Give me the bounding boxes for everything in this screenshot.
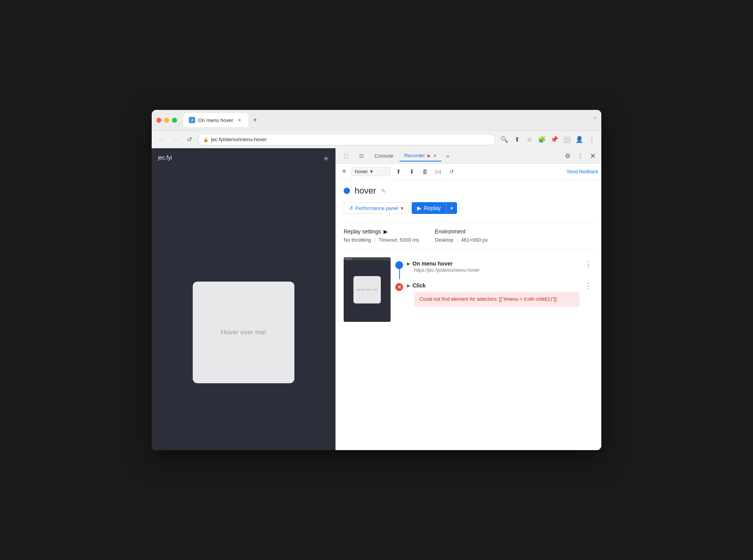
extensions-icon[interactable]: 🧩 <box>536 134 547 145</box>
environment-col: Environment Desktop | 461×660 px <box>435 228 488 243</box>
replay-button-group: ▶ Replay ▾ <box>412 202 457 214</box>
maximize-traffic-light[interactable] <box>172 118 177 123</box>
main-area: jec.fyi ☀ Hover over me! ⬚ ⊡ Console Rec… <box>152 148 601 450</box>
step-expand-arrow-click[interactable]: ▶ <box>407 283 410 288</box>
search-icon[interactable]: 🔍 <box>499 134 510 145</box>
recording-status-dot <box>344 188 350 194</box>
minimize-traffic-light[interactable] <box>164 118 169 123</box>
perf-label: Performance panel <box>355 205 398 211</box>
desktop-value: Desktop <box>435 237 454 243</box>
settings-divider: | <box>374 237 375 243</box>
recording-selector[interactable]: hover ▾ <box>351 167 391 176</box>
step-title-navigate: On menu hover <box>412 260 453 267</box>
replay-button[interactable]: ▶ Replay <box>412 202 446 214</box>
replay-settings-values: No throttling | Timeout: 5000 ms <box>344 237 419 243</box>
performance-panel-button[interactable]: ↺ Performance panel ▾ <box>344 203 409 214</box>
preview-hover-element: Hover over me! <box>353 276 381 303</box>
tab-recorder[interactable]: Recorder ⏺ ✕ <box>400 150 442 162</box>
tab-favicon: J <box>189 117 195 123</box>
step-info-click: ▶ Click Could not find element for selec… <box>407 282 579 307</box>
step-by-step-button[interactable]: ▷| <box>433 166 444 177</box>
step-title-row-click: ▶ Click <box>407 282 579 289</box>
back-button[interactable]: ← <box>156 134 167 145</box>
close-traffic-light[interactable] <box>156 118 161 123</box>
recorder-badge: ⏺ <box>427 154 430 158</box>
preview-dot-3 <box>350 258 351 260</box>
add-recording-button[interactable]: + <box>339 167 349 177</box>
forward-button[interactable]: → <box>170 134 181 145</box>
actions-row: ↺ Performance panel ▾ ▶ Replay ▾ <box>344 202 593 214</box>
traffic-lights <box>156 118 177 123</box>
pin-icon[interactable]: 📌 <box>549 134 560 145</box>
devtools-element-picker[interactable]: ⬚ <box>339 151 353 161</box>
recording-header: hover ✎ <box>344 186 593 196</box>
step-info-navigate: ▶ On menu hover https://jec.fyi/demo/men… <box>407 260 579 273</box>
replay-dropdown-button[interactable]: ▾ <box>446 202 457 214</box>
devtools-more-tabs[interactable]: » <box>443 151 452 161</box>
address-field[interactable]: 🔒 jec.fyi/demo/menu-hover <box>198 134 496 145</box>
replay-play-icon: ▶ <box>417 205 421 211</box>
step-expand-arrow-navigate[interactable]: ▶ <box>407 261 410 266</box>
step-list: Hover over me! ▶ On menu hove <box>344 257 593 322</box>
step-error-box: Could not find element for selectors: [[… <box>414 292 579 307</box>
steps-column: ▶ On menu hover https://jec.fyi/demo/men… <box>395 257 593 322</box>
preview-browser-bar <box>344 257 391 260</box>
webpage-area: jec.fyi ☀ Hover over me! <box>152 148 335 450</box>
refresh-button[interactable]: ↺ <box>184 134 195 145</box>
step-indicator-navigate <box>395 261 403 269</box>
tab-console[interactable]: Console <box>370 151 398 161</box>
replay-settings-label[interactable]: Replay settings ▶ <box>344 228 419 235</box>
devtools-more-button[interactable]: ⋮ <box>575 151 586 162</box>
browser-tab[interactable]: J On menu hover ✕ <box>183 113 248 127</box>
replay-all-button[interactable]: ↺ <box>446 166 457 177</box>
step-indicator-click: ✕ <box>395 283 403 291</box>
resolution-value: 461×660 px <box>461 237 488 243</box>
recording-name: hover <box>355 169 368 174</box>
window-icon[interactable]: ⬜ <box>561 134 572 145</box>
tab-list-expand[interactable]: ˅ <box>593 117 597 124</box>
perf-dropdown-arrow: ▾ <box>401 205 403 211</box>
lock-icon: 🔒 <box>203 137 209 142</box>
devtools-close-button[interactable]: ✕ <box>587 151 598 162</box>
preview-dot-2 <box>348 258 349 260</box>
recorder-close-icon[interactable]: ✕ <box>433 153 437 158</box>
recording-title: hover <box>355 186 376 196</box>
perf-icon: ↺ <box>349 205 353 211</box>
devtools-panel: ⬚ ⊡ Console Recorder ⏺ ✕ » ⚙ ⋮ ✕ + hover <box>335 148 601 450</box>
hover-box-text: Hover over me! <box>221 328 266 336</box>
devtools-settings-button[interactable]: ⚙ <box>562 151 573 162</box>
devtools-responsive-icon[interactable]: ⊡ <box>355 151 368 161</box>
download-recording-button[interactable]: ⬇ <box>406 166 417 177</box>
hover-box[interactable]: Hover over me! <box>193 282 294 383</box>
bookmark-icon[interactable]: ☆ <box>524 134 535 145</box>
step-title-click: Click <box>412 282 425 289</box>
step-more-button-click[interactable]: ⋮ <box>583 282 593 290</box>
step-more-button-navigate[interactable]: ⋮ <box>583 260 593 268</box>
upload-recording-button[interactable]: ⬆ <box>393 166 404 177</box>
env-divider: | <box>457 237 458 243</box>
title-bar: J On menu hover ✕ + ˅ <box>152 110 601 130</box>
step-preview: Hover over me! <box>344 257 391 322</box>
edit-title-icon[interactable]: ✎ <box>381 187 386 195</box>
step-subtitle-navigate: https://jec.fyi/demo/menu-hover <box>414 267 579 273</box>
table-row: ✕ ▶ Click Could not find element for sel… <box>395 279 593 310</box>
settings-section: Replay settings ▶ No throttling | Timeou… <box>344 222 593 249</box>
replay-label: Replay <box>424 205 441 211</box>
more-icon[interactable]: ⋮ <box>586 134 597 145</box>
profile-icon[interactable]: 👤 <box>574 134 585 145</box>
delete-recording-button[interactable]: 🗑 <box>420 166 430 177</box>
browser-toolbar-icons: 🔍 ⬆ ☆ 🧩 📌 ⬜ 👤 ⋮ <box>499 134 597 145</box>
dropdown-arrow-icon: ▾ <box>370 169 373 174</box>
send-feedback-link[interactable]: Send feedback <box>567 169 598 174</box>
tab-bar: J On menu hover ✕ + ˅ <box>183 113 597 127</box>
step-title-row-navigate: ▶ On menu hover <box>407 260 579 267</box>
new-tab-button[interactable]: + <box>250 115 261 126</box>
recorder-content: hover ✎ ↺ Performance panel ▾ ▶ Replay <box>336 179 601 450</box>
step-preview-image: Hover over me! <box>344 257 391 322</box>
share-icon[interactable]: ⬆ <box>511 134 522 145</box>
devtools-topbar: ⬚ ⊡ Console Recorder ⏺ ✕ » ⚙ ⋮ ✕ <box>336 148 601 164</box>
tab-close-button[interactable]: ✕ <box>237 117 243 123</box>
theme-toggle-icon[interactable]: ☀ <box>323 154 329 163</box>
throttling-value: No throttling <box>344 237 371 243</box>
address-bar-row: ← → ↺ 🔒 jec.fyi/demo/menu-hover 🔍 ⬆ ☆ 🧩 … <box>152 130 601 148</box>
